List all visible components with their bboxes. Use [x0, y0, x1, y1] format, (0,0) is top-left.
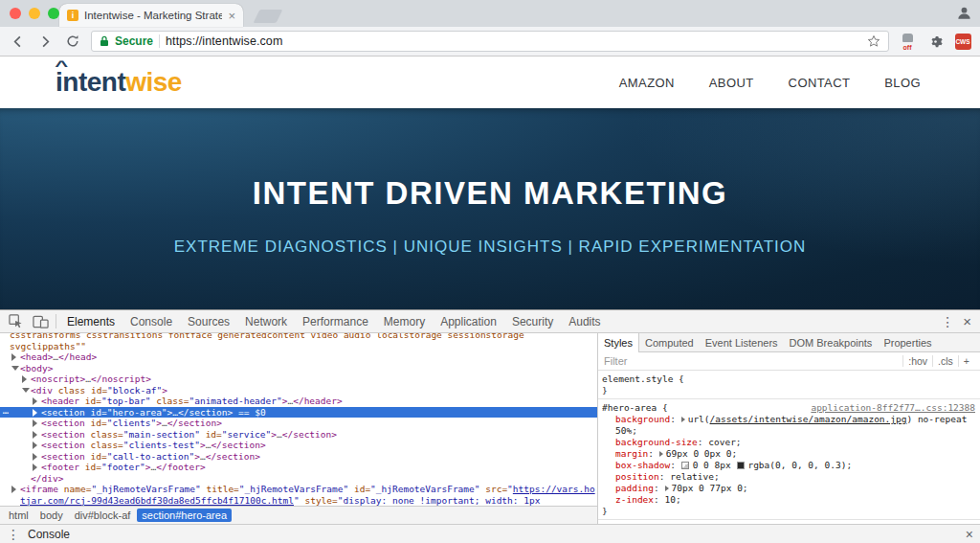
breadcrumb-html[interactable]: html [4, 509, 33, 522]
shorthand-expander-icon[interactable] [659, 451, 663, 457]
styles-filter-input[interactable] [604, 355, 902, 367]
devtools-tab-console[interactable]: Console [122, 310, 180, 332]
resource-link[interactable]: /assets/intentwise/amazon/amazon.jpg [710, 414, 907, 424]
nav-link-amazon[interactable]: AMAZON [619, 76, 675, 90]
twisty-closed-icon[interactable] [33, 409, 37, 417]
reload-icon[interactable] [63, 32, 82, 51]
devtools-tab-memory[interactable]: Memory [376, 310, 433, 332]
styles-tab-properties[interactable]: Properties [878, 333, 937, 351]
dom-tree-row[interactable]: <header id="top-bar" class="animated-hea… [0, 396, 597, 407]
filter-action-hov[interactable]: :hov [902, 355, 932, 367]
styles-tab-computed[interactable]: Computed [639, 333, 700, 351]
twisty-closed-icon[interactable] [33, 431, 37, 439]
gear-icon[interactable] [925, 32, 945, 51]
secure-label[interactable]: Secure [115, 34, 153, 48]
dom-tree-row[interactable]: <head>…</head> [0, 351, 597, 363]
dom-tree-row[interactable]: <iframe name="_hjRemoteVarsFrame" title=… [0, 484, 597, 506]
style-property[interactable]: z-index: 10; [602, 494, 978, 506]
twisty-open-icon[interactable] [11, 366, 19, 371]
styles-tab-dom-breakpoints[interactable]: DOM Breakpoints [784, 333, 879, 351]
minimize-window-button[interactable] [29, 8, 40, 19]
dom-tree-row[interactable]: <section id="clients">…</section> [0, 418, 597, 429]
filter-action-cls[interactable]: .cls [932, 355, 958, 367]
breadcrumb-div-block-af[interactable]: div#block-af [70, 509, 136, 522]
tab-close-icon[interactable]: × [228, 10, 235, 22]
dom-tree-row[interactable]: </div> [0, 473, 597, 485]
devtools-tab-audits[interactable]: Audits [561, 310, 608, 332]
style-property[interactable]: padding: 70px 0 77px 0; [602, 483, 978, 494]
site-nav: AMAZONABOUTCONTACTBLOG [619, 76, 921, 90]
dom-tree-row[interactable]: <section id="call-to-action">…</section> [0, 451, 597, 463]
style-property[interactable]: background: url(/assets/intentwise/amazo… [602, 414, 978, 437]
dom-tree-row[interactable]: <body> [0, 363, 597, 374]
nav-link-about[interactable]: ABOUT [709, 76, 754, 90]
console-drawer: ⋮ Console × [0, 524, 980, 543]
styles-tab-event-listeners[interactable]: Event Listeners [700, 333, 784, 351]
devtools-tab-performance[interactable]: Performance [295, 310, 376, 332]
twisty-closed-icon[interactable] [33, 419, 37, 427]
devtools-tab-list: ElementsConsoleSourcesNetworkPerformance… [59, 310, 609, 332]
dom-tree-row[interactable]: <noscript>…</noscript> [0, 373, 597, 385]
nav-link-contact[interactable]: CONTACT [789, 76, 851, 90]
dom-tree-row[interactable]: <footer id="footer">…</footer> [0, 462, 597, 473]
inspect-element-icon[interactable] [3, 310, 28, 332]
breadcrumb-body[interactable]: body [35, 509, 68, 522]
shadow-editor-icon[interactable] [681, 462, 689, 469]
shorthand-expander-icon[interactable] [665, 486, 669, 491]
styles-tab-styles[interactable]: Styles [598, 333, 639, 352]
devtools-tab-network[interactable]: Network [237, 310, 295, 332]
dom-tree-row[interactable]: <div class id="block-af"> [0, 385, 597, 396]
forward-icon[interactable] [35, 32, 55, 51]
twisty-closed-icon[interactable] [22, 375, 27, 383]
devtools-tab-security[interactable]: Security [504, 310, 561, 332]
dom-tree-row[interactable]: ⋯<section id="hero-area">…</section> == … [0, 407, 597, 419]
bookmark-star-icon[interactable] [867, 34, 880, 48]
filter-action-[interactable]: + [958, 355, 974, 367]
style-property[interactable]: position: relative; [602, 471, 978, 483]
style-property[interactable]: margin: 69px 0 0px 0; [602, 448, 978, 460]
dom-tree-row[interactable]: <section class="clients-test">…</section… [0, 440, 597, 451]
address-bar[interactable]: Secure https://intentwise.com [91, 31, 889, 52]
twisty-closed-icon[interactable] [33, 453, 37, 461]
devtools-tab-sources[interactable]: Sources [180, 310, 237, 332]
drawer-close-icon[interactable]: × [966, 527, 973, 542]
device-toolbar-icon[interactable] [28, 310, 53, 332]
style-property[interactable]: background-size: cover; [602, 437, 978, 448]
overflow-dots[interactable]: ⋯ [3, 407, 8, 419]
url-text[interactable]: https://intentwise.com [166, 34, 282, 48]
devtools-tab-elements[interactable]: Elements [59, 310, 122, 332]
dom-tree-row[interactable]: csstransforms csstransitions fontface ge… [0, 333, 597, 341]
breadcrumb-section-hero-area[interactable]: section#hero-area [137, 509, 232, 522]
drawer-menu-icon[interactable]: ⋮ [7, 527, 19, 542]
css-file-link[interactable]: application-8ff2f77….css:12388 [805, 402, 978, 414]
styles-sidebar: StylesComputedEvent ListenersDOM Breakpo… [598, 333, 980, 524]
extension-off-icon[interactable]: off [898, 32, 917, 51]
zoom-window-button[interactable] [48, 8, 59, 19]
twisty-open-icon[interactable] [22, 388, 30, 393]
twisty-closed-icon[interactable] [11, 353, 16, 361]
drawer-console-tab[interactable]: Console [28, 528, 70, 541]
back-icon[interactable] [8, 32, 27, 51]
twisty-closed-icon[interactable] [33, 397, 37, 405]
secure-lock-icon[interactable] [100, 35, 109, 47]
profile-icon[interactable] [956, 5, 972, 25]
twisty-closed-icon[interactable] [11, 486, 16, 493]
rule-selector[interactable]: application-8ff2f77….css:12388#hero-area… [602, 402, 978, 414]
color-swatch[interactable] [737, 462, 745, 469]
devtools-menu-icon[interactable]: ⋮ [941, 314, 953, 329]
twisty-closed-icon[interactable] [33, 441, 37, 449]
rule-selector[interactable]: element.style { [602, 373, 978, 385]
dom-tree-row[interactable]: <section class="main-section" id="servic… [0, 429, 597, 441]
red-extension-icon[interactable]: cws [953, 32, 972, 51]
dom-tree-row[interactable]: svgclippaths"" [0, 341, 597, 352]
nav-link-blog[interactable]: BLOG [884, 76, 921, 90]
devtools-tab-application[interactable]: Application [433, 310, 504, 332]
site-logo[interactable]: ^intentwise [56, 67, 182, 98]
new-tab-button[interactable] [254, 10, 283, 23]
close-window-button[interactable] [10, 8, 21, 19]
twisty-closed-icon[interactable] [33, 464, 37, 471]
browser-tab[interactable]: i Intentwise - Marketing Strateg × [59, 4, 243, 27]
style-property[interactable]: box-shadow: 0 0 8px rgba(0, 0, 0, 0.3); [602, 460, 978, 471]
shorthand-expander-icon[interactable] [681, 417, 685, 422]
devtools-close-icon[interactable]: × [963, 313, 971, 329]
